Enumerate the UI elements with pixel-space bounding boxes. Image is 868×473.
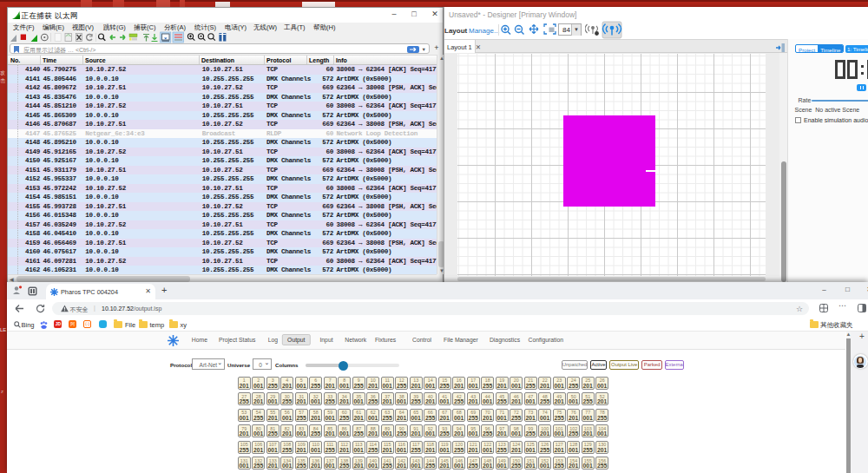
- svg-text:Manage...: Manage...: [469, 27, 500, 35]
- svg-text:Layout: Layout: [444, 27, 468, 35]
